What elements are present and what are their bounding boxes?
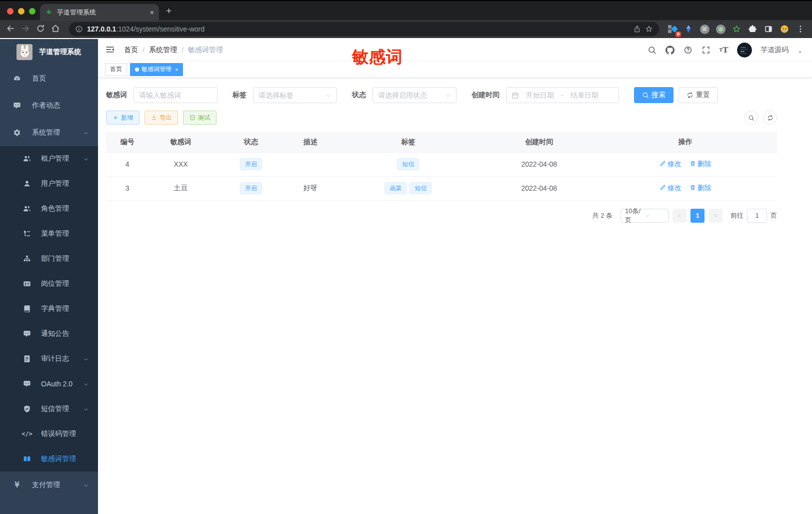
sidebar-item-label: 首页 — [32, 74, 46, 83]
sidebar-item-dept[interactable]: 部门管理 — [0, 246, 98, 271]
forward-icon[interactable] — [21, 24, 31, 34]
goto-page: 前往 页 — [730, 209, 777, 223]
edit-icon — [660, 184, 666, 192]
sidebar-item-home[interactable]: 首页 — [0, 65, 98, 92]
sidebar-item-audit-log[interactable]: 审计日志 — [0, 346, 98, 371]
page-size-select[interactable]: 10条/页 — [620, 209, 668, 223]
edit-link[interactable]: 修改 — [660, 184, 682, 193]
zoom-window-button[interactable] — [29, 8, 36, 15]
delete-link[interactable]: 删除 — [690, 160, 712, 169]
side-panel-icon[interactable] — [763, 24, 774, 35]
sidebar-item-error-code[interactable]: </>错误码管理 — [0, 421, 98, 446]
close-window-button[interactable] — [7, 8, 14, 15]
share-icon[interactable] — [633, 25, 641, 33]
column-header: 操作 — [594, 132, 777, 152]
sidebar-item-post[interactable]: 岗位管理 — [0, 271, 98, 296]
breadcrumb-separator: / — [142, 46, 144, 54]
cell-created: 2022-04-08 — [484, 152, 594, 176]
tag-view-active[interactable]: 敏感词管理× — [130, 63, 183, 76]
address-bar[interactable]: 127.0.0.1:1024/system/sensitive-word — [69, 22, 659, 36]
extension-star-icon[interactable] — [731, 24, 742, 35]
label-tag: 短信 — [397, 158, 419, 170]
sidebar-item-notice[interactable]: 通知公告 — [0, 321, 98, 346]
sidebar-item-menu[interactable]: 菜单管理 — [0, 221, 98, 246]
tag-select[interactable] — [253, 87, 337, 103]
add-button[interactable]: 新增 — [106, 111, 140, 125]
bookmark-star-icon[interactable] — [645, 25, 653, 33]
extension-grid-icon[interactable]: 9 — [667, 24, 678, 35]
fullscreen-icon[interactable] — [701, 45, 710, 55]
keyword-input[interactable] — [134, 87, 218, 103]
sidebar-item-user[interactable]: 用户管理 — [0, 171, 98, 196]
sidebar-fold-icon[interactable] — [105, 45, 116, 56]
sidebar-item-role[interactable]: 角色管理 — [0, 196, 98, 221]
sidebar-item-label: 审计日志 — [41, 354, 69, 363]
delete-link[interactable]: 删除 — [690, 184, 712, 193]
help-icon[interactable] — [683, 45, 692, 55]
window-controls[interactable] — [7, 8, 36, 15]
browser-menu-kebab-icon[interactable] — [795, 24, 806, 35]
leaf-favicon-icon — [45, 9, 53, 17]
pagination: 共 2 条 10条/页 1 前往 页 — [106, 209, 777, 223]
sidebar-item-sms[interactable]: 短信管理 — [0, 396, 98, 421]
extension-kite-icon[interactable] — [683, 24, 694, 35]
sidebar-item-tenant[interactable]: 租户管理 — [0, 146, 98, 171]
sidebar-logo[interactable]: 芋道管理系统 — [0, 39, 98, 65]
reset-button[interactable]: 重置 — [678, 87, 718, 103]
prev-page-button[interactable] — [672, 209, 686, 223]
cell-status: 开启 — [213, 176, 290, 200]
sidebar-item-dict[interactable]: 字典管理 — [0, 296, 98, 321]
record-dot-icon — [716, 25, 726, 34]
sidebar: 芋道管理系统 首页作者动态系统管理租户管理用户管理角色管理菜单管理部门管理岗位管… — [0, 39, 98, 514]
export-button[interactable]: 导出 — [144, 111, 178, 125]
sidebar-item-label: 租户管理 — [41, 154, 69, 163]
extensions-puzzle-icon[interactable] — [747, 24, 758, 35]
extension-record-icon[interactable] — [715, 24, 726, 35]
sidebar-item-author-news[interactable]: 作者动态 — [0, 92, 98, 119]
site-info-icon[interactable] — [75, 25, 83, 33]
cell-created: 2022-04-08 — [484, 176, 594, 200]
refresh-table-button[interactable] — [763, 111, 777, 125]
filter-keyword: 敏感词 — [106, 87, 218, 103]
date-label: 创建时间 — [472, 91, 500, 100]
minimize-window-button[interactable] — [18, 8, 24, 15]
font-size-icon[interactable]: TT — [719, 45, 728, 55]
command-glyph: ⌘ — [700, 25, 710, 34]
trash-icon — [690, 184, 696, 192]
page-number-1[interactable]: 1 — [690, 209, 704, 223]
new-tab-button[interactable]: + — [166, 6, 172, 16]
tab-close-icon[interactable]: × — [150, 9, 154, 17]
header-search-icon[interactable] — [647, 45, 656, 55]
test-button[interactable]: 测试 — [183, 111, 216, 125]
sidebar-item-pay[interactable]: ¥支付管理 — [0, 471, 98, 498]
browser-tab[interactable]: 芋道管理系统 × — [40, 4, 159, 21]
breadcrumb-item[interactable]: 首页 — [124, 46, 138, 55]
tag-view-item[interactable]: 首页 — [105, 63, 127, 76]
reload-icon[interactable] — [36, 24, 46, 34]
extension-command-icon[interactable]: ⌘ — [699, 24, 710, 35]
user-menu-caret-icon[interactable] — [797, 49, 803, 55]
edit-icon — [660, 160, 666, 168]
edit-link[interactable]: 修改 — [660, 160, 682, 169]
sidebar-item-oauth[interactable]: OAuth 2.0 — [0, 371, 98, 396]
github-icon[interactable] — [665, 45, 674, 55]
tag-close-icon[interactable]: × — [175, 67, 178, 73]
username[interactable]: 芋道源码 — [760, 46, 788, 55]
next-page-button[interactable] — [708, 209, 722, 223]
search-button[interactable]: 搜索 — [634, 87, 674, 103]
toggle-search-button[interactable] — [744, 111, 758, 125]
sidebar-item-sensitive-word[interactable]: 敏感词管理 — [0, 446, 98, 471]
cell-id: 4 — [106, 152, 148, 176]
page-unit: 页 — [770, 211, 777, 220]
breadcrumb-item[interactable]: 系统管理 — [149, 46, 177, 55]
user-avatar[interactable] — [737, 43, 752, 58]
status-select[interactable] — [372, 87, 456, 103]
date-range-picker[interactable]: - — [506, 87, 619, 103]
gear-icon — [13, 129, 21, 137]
sidebar-item-system[interactable]: 系统管理 — [0, 119, 98, 146]
profile-avatar-icon[interactable] — [779, 24, 790, 35]
book-icon — [23, 305, 31, 313]
back-icon[interactable] — [6, 24, 16, 34]
home-icon[interactable] — [51, 24, 61, 34]
goto-page-input[interactable] — [747, 209, 767, 223]
